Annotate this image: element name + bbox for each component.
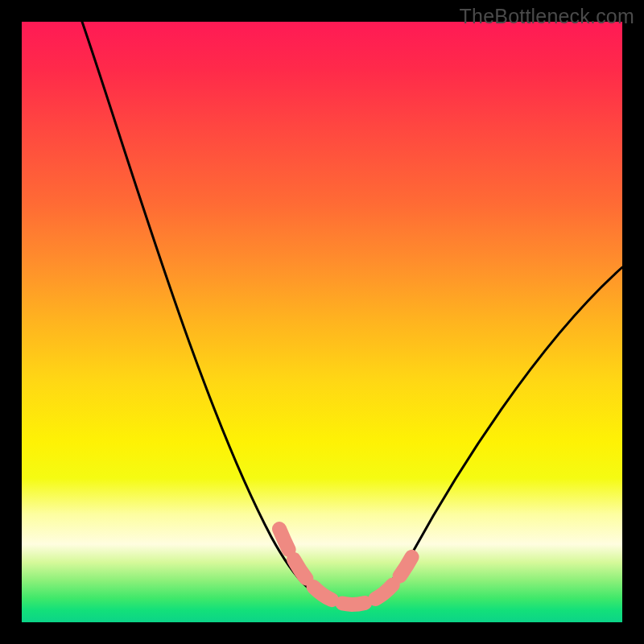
watermark-text: TheBottleneck.com [460, 5, 634, 28]
bottleneck-curve [82, 22, 622, 603]
plot-area [22, 22, 622, 622]
chart-frame: TheBottleneck.com [0, 0, 644, 644]
highlight-segment [279, 529, 412, 605]
curve-layer [22, 22, 622, 622]
